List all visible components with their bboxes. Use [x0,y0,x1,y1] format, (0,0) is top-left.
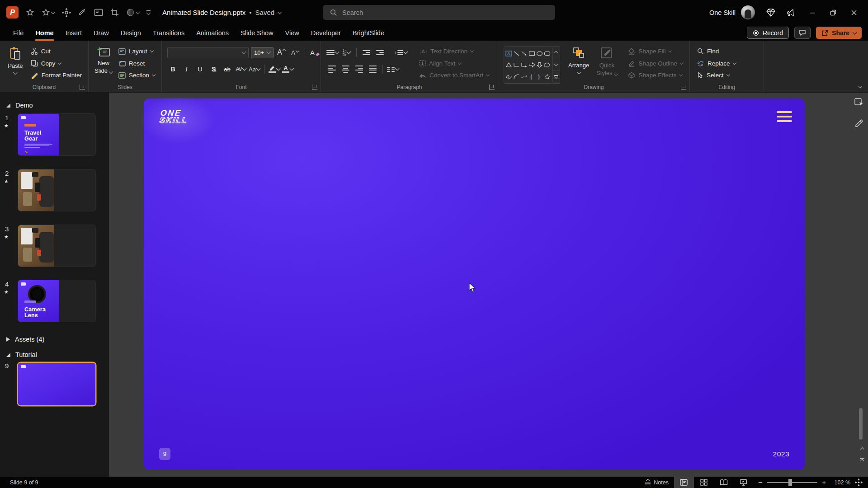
slideshow-view-button[interactable] [734,477,754,488]
layout-button[interactable]: Layout [117,46,157,57]
hamburger-menu-icon[interactable] [777,111,792,122]
slide-canvas[interactable]: ONE SKILL 9 2023 [109,93,868,477]
fit-slide-to-window-button[interactable] [852,479,868,486]
zoom-slider-handle[interactable] [788,479,792,486]
restore-button[interactable] [828,9,838,16]
change-case-button[interactable]: Aa [249,64,260,75]
notes-toggle-button[interactable]: Notes [639,477,674,488]
font-dialog-launcher[interactable] [312,84,317,90]
slide-thumbnail-1[interactable]: TravelGear ↘ [18,114,95,155]
tab-insert[interactable]: Insert [60,25,88,41]
shape-arrow-icon[interactable] [521,51,528,56]
close-button[interactable] [849,9,859,16]
shape-elbow-arrow-connector-icon[interactable] [521,62,528,68]
font-name-combo[interactable] [167,47,249,58]
quick-styles-button[interactable]: Quick Styles [594,44,619,81]
share-button[interactable]: Share [816,27,862,39]
tab-brightslide[interactable]: BrightSlide [347,25,390,41]
increase-indent-button[interactable] [374,47,386,58]
slide-year-text[interactable]: 2023 [773,450,789,458]
arrange-button[interactable]: Arrange [566,44,591,81]
next-slide-icon[interactable] [860,458,864,462]
shape-down-arrow-icon[interactable] [536,62,543,68]
slide-thumbnail-9[interactable] [18,363,95,405]
vertical-scrollbar[interactable] [859,408,863,440]
shape-effects-button[interactable]: Shape Effects [626,70,685,81]
pen-icon[interactable] [78,8,87,17]
shape-freeform-icon[interactable] [544,62,551,68]
shape-curve-icon[interactable] [521,74,528,80]
feedback-megaphone-icon[interactable] [787,8,797,17]
avatar[interactable] [741,5,755,19]
zoom-percentage[interactable]: 102 % [830,479,852,486]
zoom-in-button[interactable]: + [822,479,826,486]
shape-star-icon[interactable] [544,74,551,80]
tab-draw[interactable]: Draw [88,25,115,41]
italic-button[interactable]: I [181,64,192,75]
shape-left-brace-icon[interactable]: { [528,74,535,80]
paragraph-dialog-launcher[interactable] [489,84,495,90]
section-header-demo[interactable]: Demo [6,102,33,109]
find-button[interactable]: Find [695,46,738,57]
decrease-indent-button[interactable] [361,47,372,58]
position-icon[interactable] [62,8,71,17]
account-button[interactable]: One Skill [709,5,755,19]
shape-fill-button[interactable]: Shape Fill [626,46,685,57]
align-center-button[interactable] [340,64,351,75]
font-color-button[interactable]: A [282,64,293,75]
slide-counter[interactable]: Slide 9 of 9 [0,479,38,486]
comments-button[interactable] [794,27,811,39]
minimize-button[interactable] [807,9,817,16]
shape-scribble-icon[interactable] [505,74,512,80]
previous-slide-icon[interactable] [861,444,863,452]
shape-right-arrow-icon[interactable] [528,62,535,68]
gallery-more-icon[interactable] [552,71,560,83]
tab-home[interactable]: Home [29,25,59,41]
collapse-ribbon-icon[interactable] [859,81,862,89]
shape-elbow-connector-icon[interactable] [513,62,520,68]
tab-transitions[interactable]: Transitions [147,25,190,41]
shape-rounded-rectangle-icon[interactable] [544,51,551,56]
shape-line-icon[interactable] [513,51,520,56]
slide-thumbnail-3[interactable]: TravelBag [18,225,95,267]
shape-triangle-icon[interactable] [505,62,512,68]
customize-qat-icon[interactable] [146,10,151,15]
slide-thumbnail-panel[interactable]: Demo 1 ★ TravelGear ↘ 2 ★ TravelCamera [0,93,109,477]
slide-sorter-view-button[interactable] [694,477,714,488]
shape-oval-icon[interactable] [536,51,543,56]
select-button[interactable]: Select [695,70,738,81]
shapes-gallery[interactable]: A { } [504,47,552,84]
powerpoint-app-icon[interactable]: P [6,6,19,19]
shape-outline-button[interactable]: Shape Outline [626,58,685,69]
convert-to-smartart-button[interactable]: Convert to SmartArt [417,70,491,81]
grow-font-button[interactable]: A [276,47,287,58]
replace-button[interactable]: bc Replace [695,58,738,69]
section-header-assets[interactable]: Assets (4) [6,336,44,343]
bullets-button[interactable] [326,47,339,58]
clipboard-dialog-launcher[interactable] [80,84,85,90]
gallery-scroll-up-icon[interactable] [552,47,560,59]
search-input[interactable]: Search [323,5,555,20]
paste-button[interactable]: Paste [5,44,25,81]
star-dropdown-icon[interactable] [42,8,55,17]
new-slide-button[interactable]: New Slide [94,44,113,81]
format-painter-button[interactable]: Format Painter [29,70,84,81]
shape-textbox-icon[interactable]: A [505,51,512,56]
premium-diamond-icon[interactable] [766,8,776,17]
crop-icon[interactable] [110,8,119,17]
tab-design[interactable]: Design [115,25,147,41]
align-text-button[interactable]: Align Text [417,58,491,69]
character-spacing-button[interactable]: AV [235,64,246,75]
reset-button[interactable]: Reset [117,58,157,69]
copy-button[interactable]: Copy [29,58,84,69]
editor-pane-icon[interactable] [854,97,864,108]
underline-button[interactable]: U [194,64,206,75]
shrink-font-button[interactable]: A [289,47,301,58]
document-title[interactable]: Animated Slide Design.pptx • Saved [162,9,281,16]
slide-page-number-badge[interactable]: 9 [159,448,170,460]
animation-star-icon[interactable] [26,8,34,17]
columns-button[interactable] [387,64,399,75]
section-button[interactable]: Section [117,70,157,81]
text-direction-button[interactable]: ↓A↑ Text Direction [417,46,491,57]
strikethrough-button[interactable]: ab [222,64,233,75]
